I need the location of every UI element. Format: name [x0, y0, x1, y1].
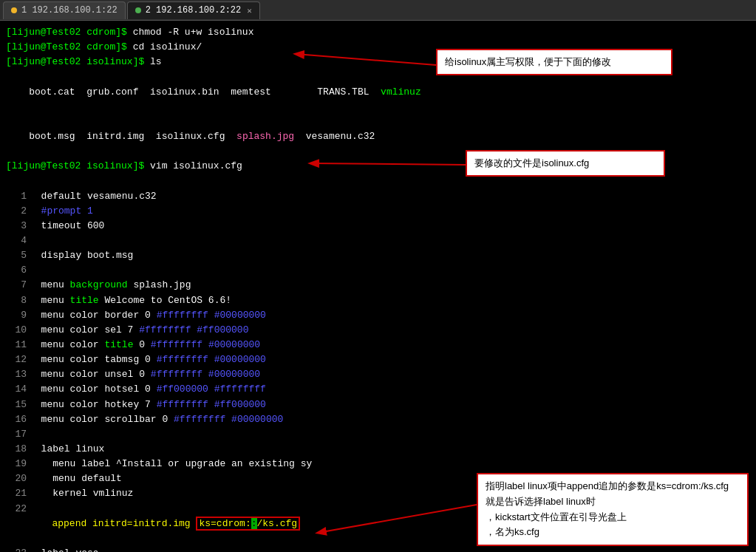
ls-output-1: boot.cat grub.conf isolinux.bin memtest … — [6, 69, 750, 114]
vim-line-8: 8 menu title Welcome to CentOS 6.6! — [6, 293, 750, 308]
vim-line-12: 12 menu color tabmsg 0 #ffffffff #000000… — [6, 352, 750, 367]
tab2-dot — [135, 7, 141, 13]
tab2-label: 2 192.168.100.2:22 — [146, 5, 242, 16]
vim-line-18: 18 label linux — [6, 442, 750, 457]
vim-line-14: 14 menu color hotsel 0 #ff000000 #ffffff… — [6, 382, 750, 397]
vim-line-7: 7 menu background splash.jpg — [6, 278, 750, 293]
vim-line-19: 19 menu label ^Install or upgrade an exi… — [6, 457, 750, 471]
annotation-append: 指明label linux项中append追加的参数是ks=cdrom:/ks.… — [477, 473, 749, 546]
vim-line-1: 1 default vesamenu.c32 — [6, 189, 750, 204]
cmd-line-1: [lijun@Test02 cdrom]$ chmod -R u+w isoli… — [6, 25, 750, 40]
tab1-label: 1 192.168.100.1:22 — [21, 5, 118, 16]
vim-line-6: 6 — [6, 263, 750, 278]
vim-line-13: 13 menu color unsel 0 #ffffffff #0000000… — [6, 367, 750, 382]
vim-line-16: 16 menu color scrollbar 0 #ffffffff #000… — [6, 412, 750, 427]
annotation-cfg: 要修改的文件是isolinux.cfg — [466, 150, 665, 177]
tab-bar: 1 192.168.100.1:22 2 192.168.100.2:22 ✕ — [0, 0, 756, 21]
vim-line-15: 15 menu color hotkey 7 #ffffffff #ff0000… — [6, 398, 750, 412]
vim-line-5: 5 display boot.msg — [6, 248, 750, 263]
vim-line-10: 10 menu color sel 7 #ffffffff #ff000000 — [6, 323, 750, 338]
vim-line-23: 23 label vesa — [6, 546, 750, 552]
tab2-close-icon[interactable]: ✕ — [247, 6, 252, 16]
tab-2[interactable]: 2 192.168.100.2:22 ✕ — [127, 1, 260, 19]
annotation-chmod: 给isolinux属主写权限，便于下面的修改 — [436, 49, 672, 75]
vim-line-9: 9 menu color border 0 #ffffffff #0000000… — [6, 308, 750, 323]
vim-line-11: 11 menu color title 0 #ffffffff #0000000… — [6, 338, 750, 352]
vim-line-2: 2 #prompt 1 — [6, 204, 750, 219]
vim-line-17: 17 — [6, 427, 750, 442]
tab1-dot — [11, 7, 17, 13]
terminal: [lijun@Test02 cdrom]$ chmod -R u+w isoli… — [0, 21, 756, 552]
vim-line-3: 3 timeout 600 — [6, 219, 750, 234]
vim-line-4: 4 — [6, 234, 750, 248]
tab-1[interactable]: 1 192.168.100.1:22 — [3, 1, 126, 19]
